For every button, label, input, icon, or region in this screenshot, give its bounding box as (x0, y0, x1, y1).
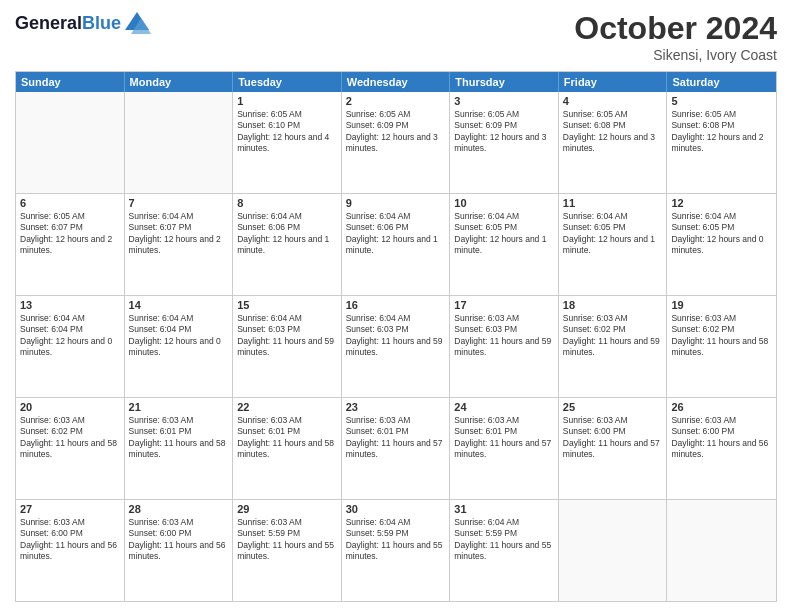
day-number: 12 (671, 197, 772, 209)
calendar-cell: 18Sunrise: 6:03 AMSunset: 6:02 PMDayligh… (559, 296, 668, 397)
cell-info: Sunrise: 6:04 AMSunset: 6:05 PMDaylight:… (563, 211, 663, 257)
calendar-page: GeneralBlue October 2024 Sikensi, Ivory … (0, 0, 792, 612)
calendar-cell: 6Sunrise: 6:05 AMSunset: 6:07 PMDaylight… (16, 194, 125, 295)
cell-info: Sunrise: 6:05 AMSunset: 6:10 PMDaylight:… (237, 109, 337, 155)
calendar-cell: 3Sunrise: 6:05 AMSunset: 6:09 PMDaylight… (450, 92, 559, 193)
cell-info: Sunrise: 6:04 AMSunset: 6:04 PMDaylight:… (20, 313, 120, 359)
day-number: 10 (454, 197, 554, 209)
calendar-cell: 31Sunrise: 6:04 AMSunset: 5:59 PMDayligh… (450, 500, 559, 601)
day-number: 25 (563, 401, 663, 413)
weekday-header: Friday (559, 72, 668, 92)
location: Sikensi, Ivory Coast (574, 47, 777, 63)
logo: GeneralBlue (15, 10, 151, 38)
day-number: 18 (563, 299, 663, 311)
calendar-cell: 12Sunrise: 6:04 AMSunset: 6:05 PMDayligh… (667, 194, 776, 295)
weekday-header: Thursday (450, 72, 559, 92)
calendar-row: 27Sunrise: 6:03 AMSunset: 6:00 PMDayligh… (16, 500, 776, 601)
day-number: 30 (346, 503, 446, 515)
calendar-body: 1Sunrise: 6:05 AMSunset: 6:10 PMDaylight… (16, 92, 776, 601)
day-number: 21 (129, 401, 229, 413)
calendar-row: 6Sunrise: 6:05 AMSunset: 6:07 PMDaylight… (16, 194, 776, 296)
cell-info: Sunrise: 6:04 AMSunset: 6:06 PMDaylight:… (237, 211, 337, 257)
day-number: 2 (346, 95, 446, 107)
day-number: 6 (20, 197, 120, 209)
calendar-cell: 14Sunrise: 6:04 AMSunset: 6:04 PMDayligh… (125, 296, 234, 397)
calendar-cell: 22Sunrise: 6:03 AMSunset: 6:01 PMDayligh… (233, 398, 342, 499)
day-number: 17 (454, 299, 554, 311)
day-number: 11 (563, 197, 663, 209)
cell-info: Sunrise: 6:03 AMSunset: 6:01 PMDaylight:… (237, 415, 337, 461)
calendar-cell (559, 500, 668, 601)
day-number: 28 (129, 503, 229, 515)
cell-info: Sunrise: 6:04 AMSunset: 5:59 PMDaylight:… (454, 517, 554, 563)
calendar-cell: 9Sunrise: 6:04 AMSunset: 6:06 PMDaylight… (342, 194, 451, 295)
calendar: SundayMondayTuesdayWednesdayThursdayFrid… (15, 71, 777, 602)
cell-info: Sunrise: 6:04 AMSunset: 5:59 PMDaylight:… (346, 517, 446, 563)
calendar-cell: 4Sunrise: 6:05 AMSunset: 6:08 PMDaylight… (559, 92, 668, 193)
weekday-header: Tuesday (233, 72, 342, 92)
calendar-cell: 16Sunrise: 6:04 AMSunset: 6:03 PMDayligh… (342, 296, 451, 397)
calendar-cell: 10Sunrise: 6:04 AMSunset: 6:05 PMDayligh… (450, 194, 559, 295)
calendar-cell (16, 92, 125, 193)
calendar-cell: 28Sunrise: 6:03 AMSunset: 6:00 PMDayligh… (125, 500, 234, 601)
calendar-cell: 30Sunrise: 6:04 AMSunset: 5:59 PMDayligh… (342, 500, 451, 601)
cell-info: Sunrise: 6:03 AMSunset: 6:02 PMDaylight:… (563, 313, 663, 359)
calendar-row: 13Sunrise: 6:04 AMSunset: 6:04 PMDayligh… (16, 296, 776, 398)
calendar-cell (125, 92, 234, 193)
day-number: 8 (237, 197, 337, 209)
cell-info: Sunrise: 6:05 AMSunset: 6:09 PMDaylight:… (346, 109, 446, 155)
day-number: 19 (671, 299, 772, 311)
day-number: 4 (563, 95, 663, 107)
calendar-header: SundayMondayTuesdayWednesdayThursdayFrid… (16, 72, 776, 92)
day-number: 9 (346, 197, 446, 209)
cell-info: Sunrise: 6:05 AMSunset: 6:08 PMDaylight:… (671, 109, 772, 155)
calendar-cell (667, 500, 776, 601)
calendar-cell: 15Sunrise: 6:04 AMSunset: 6:03 PMDayligh… (233, 296, 342, 397)
day-number: 27 (20, 503, 120, 515)
calendar-cell: 29Sunrise: 6:03 AMSunset: 5:59 PMDayligh… (233, 500, 342, 601)
day-number: 31 (454, 503, 554, 515)
cell-info: Sunrise: 6:04 AMSunset: 6:07 PMDaylight:… (129, 211, 229, 257)
cell-info: Sunrise: 6:04 AMSunset: 6:03 PMDaylight:… (346, 313, 446, 359)
cell-info: Sunrise: 6:05 AMSunset: 6:07 PMDaylight:… (20, 211, 120, 257)
calendar-cell: 13Sunrise: 6:04 AMSunset: 6:04 PMDayligh… (16, 296, 125, 397)
cell-info: Sunrise: 6:03 AMSunset: 6:01 PMDaylight:… (454, 415, 554, 461)
calendar-cell: 2Sunrise: 6:05 AMSunset: 6:09 PMDaylight… (342, 92, 451, 193)
calendar-cell: 24Sunrise: 6:03 AMSunset: 6:01 PMDayligh… (450, 398, 559, 499)
day-number: 13 (20, 299, 120, 311)
cell-info: Sunrise: 6:03 AMSunset: 6:00 PMDaylight:… (563, 415, 663, 461)
page-header: GeneralBlue October 2024 Sikensi, Ivory … (15, 10, 777, 63)
cell-info: Sunrise: 6:03 AMSunset: 6:01 PMDaylight:… (129, 415, 229, 461)
calendar-cell: 20Sunrise: 6:03 AMSunset: 6:02 PMDayligh… (16, 398, 125, 499)
weekday-header: Monday (125, 72, 234, 92)
cell-info: Sunrise: 6:04 AMSunset: 6:03 PMDaylight:… (237, 313, 337, 359)
day-number: 7 (129, 197, 229, 209)
cell-info: Sunrise: 6:03 AMSunset: 6:00 PMDaylight:… (129, 517, 229, 563)
calendar-cell: 26Sunrise: 6:03 AMSunset: 6:00 PMDayligh… (667, 398, 776, 499)
calendar-cell: 21Sunrise: 6:03 AMSunset: 6:01 PMDayligh… (125, 398, 234, 499)
day-number: 16 (346, 299, 446, 311)
logo-icon (123, 10, 151, 38)
calendar-cell: 25Sunrise: 6:03 AMSunset: 6:00 PMDayligh… (559, 398, 668, 499)
calendar-cell: 1Sunrise: 6:05 AMSunset: 6:10 PMDaylight… (233, 92, 342, 193)
calendar-cell: 19Sunrise: 6:03 AMSunset: 6:02 PMDayligh… (667, 296, 776, 397)
cell-info: Sunrise: 6:05 AMSunset: 6:09 PMDaylight:… (454, 109, 554, 155)
weekday-header: Wednesday (342, 72, 451, 92)
cell-info: Sunrise: 6:04 AMSunset: 6:05 PMDaylight:… (671, 211, 772, 257)
cell-info: Sunrise: 6:04 AMSunset: 6:04 PMDaylight:… (129, 313, 229, 359)
calendar-cell: 7Sunrise: 6:04 AMSunset: 6:07 PMDaylight… (125, 194, 234, 295)
day-number: 3 (454, 95, 554, 107)
day-number: 14 (129, 299, 229, 311)
logo-text: GeneralBlue (15, 14, 121, 34)
weekday-header: Sunday (16, 72, 125, 92)
calendar-cell: 23Sunrise: 6:03 AMSunset: 6:01 PMDayligh… (342, 398, 451, 499)
day-number: 15 (237, 299, 337, 311)
day-number: 1 (237, 95, 337, 107)
cell-info: Sunrise: 6:04 AMSunset: 6:06 PMDaylight:… (346, 211, 446, 257)
calendar-cell: 27Sunrise: 6:03 AMSunset: 6:00 PMDayligh… (16, 500, 125, 601)
day-number: 29 (237, 503, 337, 515)
cell-info: Sunrise: 6:05 AMSunset: 6:08 PMDaylight:… (563, 109, 663, 155)
day-number: 23 (346, 401, 446, 413)
day-number: 20 (20, 401, 120, 413)
cell-info: Sunrise: 6:03 AMSunset: 6:01 PMDaylight:… (346, 415, 446, 461)
